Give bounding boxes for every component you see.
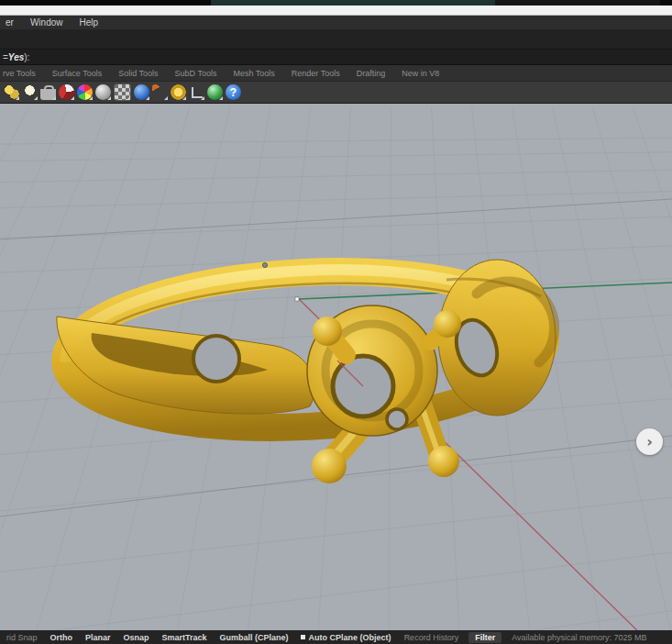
panel-expand-button[interactable]: › — [636, 428, 663, 455]
status-smarttrack[interactable]: SmartTrack — [156, 633, 214, 642]
app-window: er Window Help =Yes ): rve Tools Surface… — [0, 0, 672, 644]
material-icon[interactable] — [59, 84, 74, 100]
viewport-canvas[interactable] — [0, 104, 672, 630]
ring-model[interactable] — [57, 258, 556, 483]
chevron-right-icon: › — [646, 435, 653, 450]
tab-solid-tools[interactable]: Solid Tools — [110, 69, 166, 78]
status-osnap[interactable]: Osnap — [117, 633, 156, 642]
top-strip-dark-segment — [495, 0, 660, 6]
head-small-hole — [387, 409, 407, 429]
prong-ball-upper-left — [313, 316, 342, 346]
command-prompt[interactable]: =Yes ): — [0, 50, 672, 65]
status-grid-snap[interactable]: rid Snap — [0, 633, 44, 642]
menu-bar: er Window Help — [0, 16, 672, 29]
tab-surface-tools[interactable]: Surface Tools — [44, 69, 110, 78]
status-auto-cplane[interactable]: Auto CPlane (Object) — [295, 633, 398, 642]
sun-icon[interactable] — [171, 84, 186, 100]
tab-drafting[interactable]: Drafting — [348, 69, 394, 78]
status-planar[interactable]: Planar — [79, 633, 117, 642]
status-bar: rid Snap Ortho Planar Osnap SmartTrack G… — [0, 630, 672, 644]
screen-top-strip — [0, 0, 672, 6]
lock-icon[interactable] — [40, 84, 56, 100]
cplane-icon[interactable] — [189, 84, 204, 100]
command-option-yes[interactable]: Yes — [8, 52, 24, 62]
status-gumball[interactable]: Gumball (CPlane) — [214, 633, 295, 642]
menu-item-help[interactable]: Help — [71, 17, 106, 28]
environment-icon[interactable] — [207, 84, 223, 100]
status-auto-cplane-label: Auto CPlane (Object) — [307, 633, 398, 642]
color-wheel-icon[interactable] — [77, 84, 93, 100]
prong-ball-lower-right — [428, 446, 459, 477]
tab-new-in-v8[interactable]: New in V8 — [393, 69, 447, 78]
menu-item-window[interactable]: Window — [22, 17, 72, 28]
status-record-history[interactable]: Record History — [398, 633, 466, 642]
help-icon[interactable]: ? — [226, 84, 241, 100]
render-sphere-icon[interactable] — [95, 84, 111, 100]
top-strip-teal-segment — [211, 0, 495, 6]
command-prompt-tail: ): — [24, 52, 29, 62]
square-icon — [301, 635, 305, 639]
tab-mesh-tools[interactable]: Mesh Tools — [225, 69, 282, 78]
menu-item-cropped[interactable]: er — [0, 17, 22, 28]
tab-render-tools[interactable]: Render Tools — [283, 69, 348, 78]
status-memory: Available physical memory: 7025 MB — [505, 633, 653, 642]
point-objects-icon[interactable] — [4, 84, 19, 100]
tab-subd-tools[interactable]: SubD Tools — [167, 69, 226, 78]
spotlight-icon[interactable] — [152, 84, 168, 100]
shank-eye-hole-left — [193, 336, 239, 382]
tab-curve-tools[interactable]: rve Tools — [0, 69, 44, 78]
perspective-viewport[interactable]: › — [0, 104, 672, 630]
lightbulb-icon[interactable] — [22, 84, 38, 100]
window-titlebar — [0, 6, 672, 16]
toolbar-icon-row: ? — [0, 82, 672, 104]
control-point-marker[interactable] — [263, 263, 268, 268]
status-ortho[interactable]: Ortho — [44, 633, 80, 642]
texture-icon[interactable] — [114, 83, 131, 101]
origin-point-marker[interactable] — [295, 297, 299, 301]
command-history — [0, 29, 672, 50]
prong-ball-lower-left — [312, 449, 347, 483]
toolbar-tabs: rve Tools Surface Tools Solid Tools SubD… — [0, 65, 672, 82]
blue-sphere-icon[interactable] — [134, 84, 149, 100]
status-filter[interactable]: Filter — [468, 632, 501, 643]
prong-ball-upper-right — [434, 310, 461, 338]
